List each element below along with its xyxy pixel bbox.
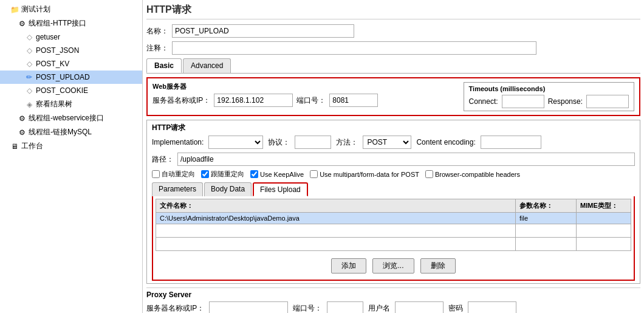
proxy-pass-label: 密码 xyxy=(448,303,463,314)
sidebar-item-view-result[interactable]: ◈ 察看结果树 xyxy=(0,97,142,111)
connect-input[interactable] xyxy=(502,95,544,108)
options-row: 自动重定向 跟随重定向 Use KeepAlive Use multipart/… xyxy=(152,170,635,179)
doc-icon: ◇ xyxy=(24,32,34,42)
server-label: 服务器名称或IP： xyxy=(152,95,210,106)
timeouts-row: Connect: Response: xyxy=(469,95,629,108)
sidebar-item-label: POST_JSON xyxy=(36,46,79,55)
cb-redirect[interactable] xyxy=(152,170,160,178)
sidebar-item-label: POST_COOKIE xyxy=(36,86,88,95)
main-tabs: Basic Advanced xyxy=(146,58,640,74)
add-button[interactable]: 添加 xyxy=(331,258,366,273)
timeouts-panel: Timeouts (milliseconds) Connect: Respons… xyxy=(464,82,634,111)
sidebar-item-thread-http[interactable]: ⚙ 线程组-HTTP接口 xyxy=(0,16,142,30)
proxy-section: Proxy Server 服务器名称或IP： 端口号： 用户名 密码 xyxy=(146,287,640,313)
tab-advanced[interactable]: Advanced xyxy=(183,58,231,73)
tab-basic[interactable]: Basic xyxy=(146,58,182,73)
delete-button[interactable]: 删除 xyxy=(420,258,456,273)
table-row[interactable]: C:\Users\Administrator\Desktop\javaDemo.… xyxy=(156,213,631,224)
page-title: HTTP请求 xyxy=(146,4,640,19)
encoding-input[interactable] xyxy=(481,136,541,149)
name-input[interactable] xyxy=(172,24,354,38)
http-request-section: HTTP请求 Implementation: 协议： 方法： POST GET … xyxy=(146,120,640,284)
method-label: 方法： xyxy=(336,137,358,148)
table-row-empty xyxy=(156,238,631,251)
name-label: 名称： xyxy=(146,26,168,36)
cb-redirect-label[interactable]: 自动重定向 xyxy=(152,170,195,179)
proxy-server-label: 服务器名称或IP： xyxy=(146,303,204,314)
server-timeouts-container: Web服务器 服务器名称或IP： 端口号： Timeouts (millisec… xyxy=(146,77,640,116)
folder-icon: 📁 xyxy=(10,5,19,15)
sidebar-item-label: POST_UPLOAD xyxy=(36,73,90,81)
impl-select[interactable] xyxy=(208,136,263,149)
sidebar-item-thread-mysql[interactable]: ⚙ 线程组-链接MySQL xyxy=(0,125,142,139)
cell-filename: C:\Users\Administrator\Desktop\javaDemo.… xyxy=(156,213,516,224)
port-label: 端口号： xyxy=(296,95,326,106)
sidebar-item-label: 测试计划 xyxy=(21,4,50,15)
sidebar-item-thread-webservice[interactable]: ⚙ 线程组-webservice接口 xyxy=(0,111,142,125)
cb-keepalive[interactable] xyxy=(250,170,258,178)
proxy-port-label: 端口号： xyxy=(293,303,322,314)
sidebar-item-post-upload[interactable]: ✏ POST_UPLOAD xyxy=(0,71,142,84)
http-section-title: HTTP请求 xyxy=(152,123,635,133)
sidebar-item-test-plan[interactable]: 📁 测试计划 xyxy=(0,2,142,16)
sidebar-item-label: 察看结果树 xyxy=(36,99,72,109)
col-paramname: 参数名称： xyxy=(516,199,577,213)
inner-tabs-section: Parameters Body Data Files Upload 文件名称： … xyxy=(152,182,635,281)
doc-icon: ◇ xyxy=(24,59,34,69)
files-table-body: C:\Users\Administrator\Desktop\javaDemo.… xyxy=(156,213,631,251)
sidebar-item-label: POST_KV xyxy=(36,60,69,68)
cb-multipart[interactable] xyxy=(310,170,318,178)
path-input[interactable] xyxy=(177,153,635,166)
sidebar-item-post-kv[interactable]: ◇ POST_KV xyxy=(0,57,142,71)
col-mimetype: MIME类型： xyxy=(577,199,631,213)
cell-mimetype xyxy=(577,213,631,224)
action-buttons: 添加 浏览... 删除 xyxy=(156,255,631,277)
proxy-pass-input[interactable] xyxy=(468,301,516,313)
inner-tab-files[interactable]: Files Upload xyxy=(253,182,308,196)
sidebar-item-post-json[interactable]: ◇ POST_JSON xyxy=(0,44,142,57)
files-table-header: 文件名称： 参数名称： MIME类型： xyxy=(156,199,631,213)
protocol-input[interactable] xyxy=(295,136,331,149)
cb-keepalive-label[interactable]: Use KeepAlive xyxy=(250,170,304,178)
cb-browser-label[interactable]: Browser-compatible headers xyxy=(425,170,520,178)
proxy-server-input[interactable] xyxy=(209,301,288,313)
proxy-row: 服务器名称或IP： 端口号： 用户名 密码 xyxy=(146,301,640,313)
inner-tab-body[interactable]: Body Data xyxy=(204,182,252,196)
sidebar-item-workbench[interactable]: 🖥 工作台 xyxy=(0,139,142,153)
proxy-user-label: 用户名 xyxy=(368,303,390,314)
sidebar-item-post-cookie[interactable]: ◇ POST_COOKIE xyxy=(0,84,142,97)
sidebar-item-label: getuser xyxy=(36,33,60,41)
response-input[interactable] xyxy=(586,95,629,108)
col-filename: 文件名称： xyxy=(156,199,516,213)
proxy-user-input[interactable] xyxy=(395,301,444,313)
server-input[interactable] xyxy=(214,94,293,107)
path-label: 路径： xyxy=(152,154,174,165)
gear-icon: ⚙ xyxy=(17,114,27,123)
monitor-icon: 🖥 xyxy=(10,142,19,151)
cell-paramname: file xyxy=(516,213,577,224)
browse-button[interactable]: 浏览... xyxy=(372,258,414,273)
gear-icon: ⚙ xyxy=(17,19,27,29)
comment-input[interactable] xyxy=(172,41,536,55)
cb-follow-label[interactable]: 跟随重定向 xyxy=(201,170,244,179)
path-row: 路径： xyxy=(152,153,635,166)
sidebar-item-label: 线程组-链接MySQL xyxy=(29,127,92,137)
files-upload-panel: 文件名称： 参数名称： MIME类型： C:\Users\Administrat… xyxy=(152,196,635,281)
encoding-label: Content encoding: xyxy=(416,138,475,146)
cb-multipart-label[interactable]: Use multipart/form-data for POST xyxy=(310,170,419,178)
method-row: Implementation: 协议： 方法： POST GET PUT DEL… xyxy=(152,136,635,149)
sidebar-item-getuser[interactable]: ◇ getuser xyxy=(0,30,142,44)
eye-icon: ◈ xyxy=(24,100,34,109)
sidebar-item-label: 工作台 xyxy=(21,141,43,151)
timeouts-title: Timeouts (milliseconds) xyxy=(469,85,629,92)
method-select[interactable]: POST GET PUT DELETE xyxy=(363,136,411,149)
cb-follow[interactable] xyxy=(201,170,209,178)
proxy-port-input[interactable] xyxy=(327,301,363,313)
cb-browser[interactable] xyxy=(425,170,433,178)
table-row-empty xyxy=(156,224,631,238)
web-server-panel: Web服务器 服务器名称或IP： 端口号： xyxy=(152,82,451,107)
inner-tab-params[interactable]: Parameters xyxy=(152,182,203,196)
port-input[interactable] xyxy=(329,94,378,107)
comment-row: 注释： xyxy=(146,41,640,55)
files-table: 文件名称： 参数名称： MIME类型： C:\Users\Administrat… xyxy=(156,199,631,251)
